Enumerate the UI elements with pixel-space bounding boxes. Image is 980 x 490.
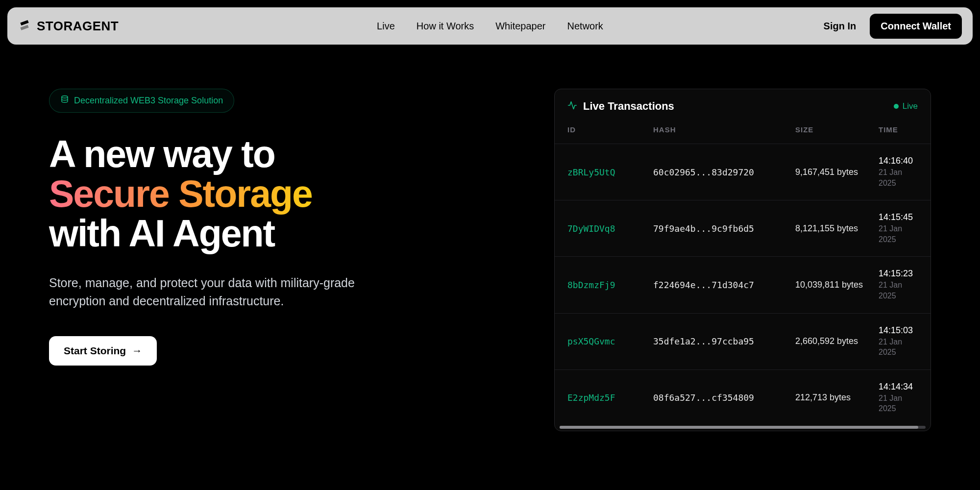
- header: STORAGENT Live How it Works Whitepaper N…: [7, 7, 973, 45]
- tx-hash: 35dfe1a2...97ccba95: [653, 336, 795, 346]
- tx-date-value: 21 Jan 2025: [879, 223, 918, 245]
- database-icon: [60, 95, 69, 106]
- brand[interactable]: STORAGENT: [18, 19, 119, 34]
- tx-id: psX5QGvmc: [567, 336, 653, 346]
- hero-pill-text: Decentralized WEB3 Storage Solution: [74, 96, 223, 106]
- tx-hash: 79f9ae4b...9c9fb6d5: [653, 223, 795, 234]
- table-row[interactable]: E2zpMdz5F 08f6a527...cf354809 212,713 by…: [555, 369, 931, 426]
- tx-id: 7DyWIDVq8: [567, 223, 653, 234]
- hero-subtext: Store, manage, and protect your data wit…: [49, 274, 392, 311]
- tx-time-value: 14:16:40: [879, 156, 918, 166]
- nav-whitepaper[interactable]: Whitepaper: [495, 21, 545, 32]
- panel-title: Live Transactions: [583, 100, 674, 113]
- brand-name: STORAGENT: [37, 19, 119, 34]
- tx-hash: 08f6a527...cf354809: [653, 392, 795, 403]
- panel-header: Live Transactions Live: [555, 89, 931, 122]
- tx-time: 14:15:03 21 Jan 2025: [879, 325, 918, 358]
- tx-id: E2zpMdz5F: [567, 392, 653, 403]
- tx-size: 10,039,811 bytes: [795, 280, 879, 290]
- main: Decentralized WEB3 Storage Solution A ne…: [0, 45, 980, 431]
- headline-line-3: with AI Agent: [49, 212, 274, 254]
- hero-pill: Decentralized WEB3 Storage Solution: [49, 89, 234, 113]
- activity-icon: [567, 100, 577, 112]
- live-transactions-panel: Live Transactions Live ID HASH SIZE TIME…: [554, 89, 931, 431]
- arrow-right-icon: →: [132, 345, 142, 357]
- tx-time-value: 14:15:45: [879, 212, 918, 222]
- tx-id: 8bDzmzFj9: [567, 280, 653, 290]
- tx-hash: f224694e...71d304c7: [653, 280, 795, 290]
- tx-date-value: 21 Jan 2025: [879, 393, 918, 414]
- tx-id: zBRLy5UtQ: [567, 167, 653, 177]
- tx-date-value: 21 Jan 2025: [879, 280, 918, 301]
- tx-time: 14:14:34 21 Jan 2025: [879, 382, 918, 414]
- tx-time: 14:15:23 21 Jan 2025: [879, 269, 918, 301]
- cta-label: Start Storing: [64, 345, 126, 357]
- table-row[interactable]: zBRLy5UtQ 60c02965...83d29720 9,167,451 …: [555, 144, 931, 200]
- tx-date-value: 21 Jan 2025: [879, 337, 918, 358]
- nav-network[interactable]: Network: [567, 21, 603, 32]
- col-size: SIZE: [795, 125, 879, 134]
- tx-time-value: 14:15:03: [879, 325, 918, 336]
- table-row[interactable]: 8bDzmzFj9 f224694e...71d304c7 10,039,811…: [555, 256, 931, 313]
- col-hash: HASH: [653, 125, 795, 134]
- nav-live[interactable]: Live: [377, 21, 395, 32]
- tx-size: 212,713 bytes: [795, 392, 879, 403]
- sign-in-link[interactable]: Sign In: [824, 21, 857, 32]
- svg-point-0: [62, 96, 68, 98]
- table-row[interactable]: psX5QGvmc 35dfe1a2...97ccba95 2,660,592 …: [555, 313, 931, 369]
- tx-time-value: 14:15:23: [879, 269, 918, 279]
- col-time: TIME: [879, 125, 918, 134]
- col-id: ID: [567, 125, 653, 134]
- connect-wallet-button[interactable]: Connect Wallet: [870, 14, 962, 39]
- header-actions: Sign In Connect Wallet: [824, 14, 962, 39]
- table-row[interactable]: 7DyWIDVq8 79f9ae4b...9c9fb6d5 8,121,155 …: [555, 200, 931, 256]
- logo-icon: [18, 20, 31, 32]
- scrollbar-thumb[interactable]: [560, 426, 918, 429]
- tx-hash: 60c02965...83d29720: [653, 167, 795, 177]
- headline-line-2: Secure Storage: [49, 172, 312, 215]
- headline-line-1: A new way to: [49, 133, 275, 175]
- live-badge: Live: [894, 101, 918, 111]
- tx-size: 8,121,155 bytes: [795, 223, 879, 234]
- live-badge-text: Live: [903, 101, 918, 111]
- start-storing-button[interactable]: Start Storing →: [49, 336, 157, 366]
- tx-date-value: 21 Jan 2025: [879, 167, 918, 188]
- table-header: ID HASH SIZE TIME: [555, 122, 931, 144]
- tx-size: 2,660,592 bytes: [795, 336, 879, 346]
- tx-time-value: 14:14:34: [879, 382, 918, 392]
- tx-time: 14:16:40 21 Jan 2025: [879, 156, 918, 188]
- tx-time: 14:15:45 21 Jan 2025: [879, 212, 918, 245]
- tx-size: 9,167,451 bytes: [795, 167, 879, 177]
- hero-headline: A new way to Secure Storage with AI Agen…: [49, 134, 525, 253]
- nav: Live How it Works Whitepaper Network: [377, 21, 603, 32]
- horizontal-scrollbar[interactable]: [560, 426, 926, 429]
- nav-how-it-works[interactable]: How it Works: [416, 21, 474, 32]
- live-dot-icon: [894, 104, 899, 109]
- hero: Decentralized WEB3 Storage Solution A ne…: [49, 89, 525, 431]
